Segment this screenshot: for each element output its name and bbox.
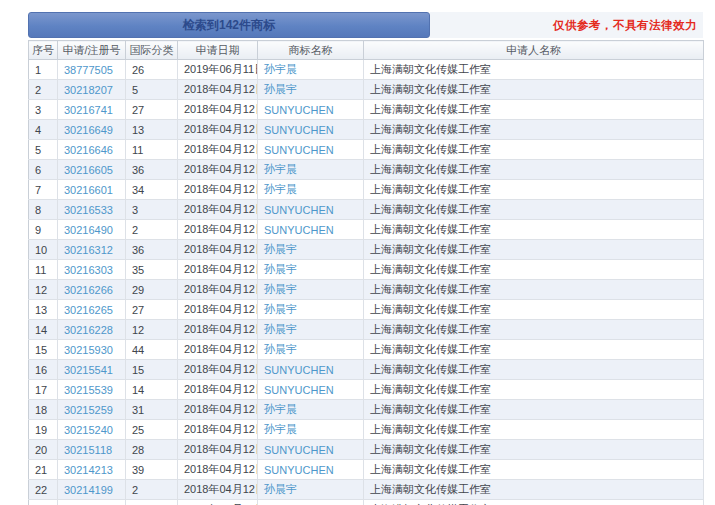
table-row: 1130216303352018年04月12日孙晨宇上海满朝文化传媒工作室 [29,260,704,280]
cell-serial: 17 [29,380,58,400]
cell-intl-class: 27 [126,100,178,120]
cell-serial: 13 [29,300,58,320]
cell-registration-no: 30215541 [58,360,126,380]
registration-number-link[interactable]: 30214199 [64,484,113,496]
cell-trademark-name: 孙宇晨 [258,400,364,420]
cell-intl-class: 27 [126,300,178,320]
cell-serial: 22 [29,480,58,500]
registration-number-link[interactable]: 30216649 [64,124,113,136]
cell-intl-class: 35 [126,260,178,280]
trademark-name-link[interactable]: 孙宇晨 [264,423,297,435]
cell-serial: 10 [29,240,58,260]
registration-number-link[interactable]: 30215930 [64,344,113,356]
registration-number-link[interactable]: 30215240 [64,424,113,436]
cell-trademark-name: SUNYUCHEN [258,380,364,400]
cell-trademark-name: SUNYUCHEN [258,200,364,220]
cell-intl-class: 30 [126,500,178,505]
registration-number-link[interactable]: 30215541 [64,364,113,376]
trademark-name-link[interactable]: 孙晨宇 [264,283,297,295]
cell-trademark-name: 孙宇晨 [258,180,364,200]
registration-number-link[interactable]: 38777505 [64,64,113,76]
cell-application-date: 2018年04月12日 [178,360,258,380]
registration-number-link[interactable]: 30216601 [64,184,113,196]
table-row: 2130214213392018年04月12日SUNYUCHEN上海满朝文化传媒… [29,460,704,480]
trademark-name-link[interactable]: SUNYUCHEN [264,464,334,476]
cell-application-date: 2018年04月12日 [178,500,258,505]
cell-serial: 5 [29,140,58,160]
header-trademark-name: 商标名称 [258,41,364,60]
cell-intl-class: 14 [126,380,178,400]
trademark-name-link[interactable]: 孙宇晨 [264,163,297,175]
cell-intl-class: 31 [126,400,178,420]
trademark-name-link[interactable]: 孙晨宇 [264,243,297,255]
registration-number-link[interactable]: 30215118 [64,444,112,456]
trademark-name-link[interactable]: SUNYUCHEN [264,384,334,396]
cell-applicant-name: 上海满朝文化传媒工作室 [364,140,704,160]
trademark-name-link[interactable]: 孙晨宇 [264,483,297,495]
trademark-name-link[interactable]: SUNYUCHEN [264,144,334,156]
cell-trademark-name: 孙晨宇 [258,280,364,300]
trademark-name-link[interactable]: SUNYUCHEN [264,204,334,216]
result-count-button[interactable]: 检索到142件商标 [28,12,430,38]
registration-number-link[interactable]: 30216312 [64,244,113,256]
table-row: 1330216265272018年04月12日孙晨宇上海满朝文化传媒工作室 [29,300,704,320]
registration-number-link[interactable]: 30216490 [64,224,113,236]
table-row: 330216741272018年04月12日SUNYUCHEN上海满朝文化传媒工… [29,100,704,120]
cell-application-date: 2018年04月12日 [178,480,258,500]
registration-number-link[interactable]: 30216266 [64,284,113,296]
trademark-name-link[interactable]: 孙晨宇 [264,343,297,355]
trademark-name-link[interactable]: SUNYUCHEN [264,444,334,456]
registration-number-link[interactable]: 30216303 [64,264,113,276]
cell-application-date: 2018年04月12日 [178,440,258,460]
cell-serial: 8 [29,200,58,220]
cell-intl-class: 2 [126,480,178,500]
trademark-name-link[interactable]: 孙晨宇 [264,83,297,95]
registration-number-link[interactable]: 30216741 [64,104,113,116]
table-row: 138777505262019年06月11日孙宇晨上海满朝文化传媒工作室 [29,60,704,80]
cell-applicant-name: 上海满朝文化传媒工作室 [364,500,704,505]
trademark-name-link[interactable]: SUNYUCHEN [264,364,334,376]
cell-registration-no: 30214213 [58,460,126,480]
trademark-name-link[interactable]: 孙宇晨 [264,403,297,415]
cell-applicant-name: 上海满朝文化传媒工作室 [364,100,704,120]
registration-number-link[interactable]: 30215539 [64,384,113,396]
trademark-name-link[interactable]: 孙晨宇 [264,303,297,315]
cell-applicant-name: 上海满朝文化传媒工作室 [364,400,704,420]
registration-number-link[interactable]: 30216265 [64,304,113,316]
cell-application-date: 2019年06月11日 [178,60,258,80]
cell-trademark-name: 孙晨宇 [258,240,364,260]
registration-number-link[interactable]: 30216646 [64,144,113,156]
cell-serial: 9 [29,220,58,240]
table-row: 1030216312362018年04月12日孙晨宇上海满朝文化传媒工作室 [29,240,704,260]
cell-applicant-name: 上海满朝文化传媒工作室 [364,460,704,480]
cell-registration-no: 30216741 [58,100,126,120]
cell-serial: 14 [29,320,58,340]
cell-intl-class: 36 [126,240,178,260]
trademark-name-link[interactable]: 孙宇晨 [264,63,297,75]
cell-applicant-name: 上海满朝文化传媒工作室 [364,300,704,320]
registration-number-link[interactable]: 30216228 [64,324,113,336]
trademark-name-link[interactable]: 孙宇晨 [264,183,297,195]
cell-serial: 23 [29,500,58,505]
registration-number-link[interactable]: 30214213 [64,464,113,476]
cell-applicant-name: 上海满朝文化传媒工作室 [364,220,704,240]
cell-application-date: 2018年04月12日 [178,380,258,400]
cell-applicant-name: 上海满朝文化传媒工作室 [364,120,704,140]
registration-number-link[interactable]: 30215259 [64,404,113,416]
cell-applicant-name: 上海满朝文化传媒工作室 [364,80,704,100]
header-serial: 序号 [29,41,58,60]
registration-number-link[interactable]: 30216605 [64,164,113,176]
table-row: 430216649132018年04月12日SUNYUCHEN上海满朝文化传媒工… [29,120,704,140]
trademark-name-link[interactable]: SUNYUCHEN [264,224,334,236]
registration-number-link[interactable]: 30216533 [64,204,113,216]
registration-number-link[interactable]: 30218207 [64,84,113,96]
table-header-row: 序号 申请/注册号 国际分类 申请日期 商标名称 申请人名称 [29,41,704,60]
cell-serial: 16 [29,360,58,380]
trademark-name-link[interactable]: 孙晨宇 [264,323,297,335]
table-row: 2030215118282018年04月12日SUNYUCHEN上海满朝文化传媒… [29,440,704,460]
trademark-name-link[interactable]: SUNYUCHEN [264,124,334,136]
trademark-name-link[interactable]: SUNYUCHEN [264,104,334,116]
trademark-name-link[interactable]: 孙晨宇 [264,263,297,275]
cell-application-date: 2018年04月12日 [178,220,258,240]
cell-registration-no: 30216303 [58,260,126,280]
